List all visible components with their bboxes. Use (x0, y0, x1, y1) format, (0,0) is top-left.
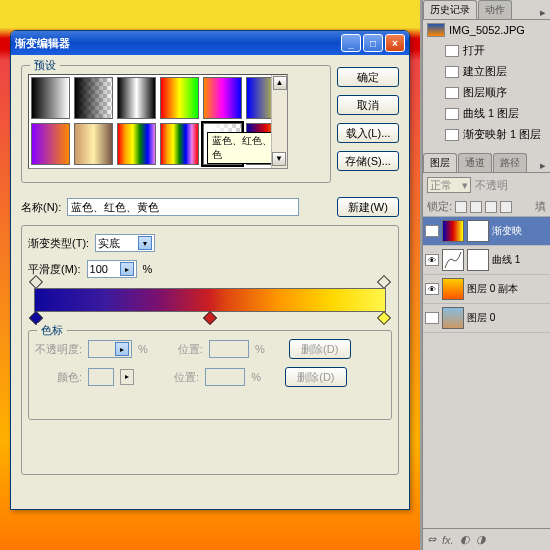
color-stop[interactable] (379, 313, 389, 323)
preset-swatch[interactable] (31, 77, 70, 119)
tab-history[interactable]: 历史记录 (423, 0, 477, 19)
position-input (205, 368, 245, 386)
preset-swatch[interactable] (74, 77, 113, 119)
history-label: 曲线 1 图层 (463, 106, 519, 121)
history-item[interactable]: 打开 (423, 40, 550, 61)
mask-icon[interactable]: ◐ (460, 533, 470, 546)
layer-row[interactable]: 👁 图层 0 副本 (423, 275, 550, 304)
panel-menu-icon[interactable]: ▸ (536, 159, 550, 172)
step-icon (445, 66, 459, 78)
layer-row[interactable]: 👁 曲线 1 (423, 246, 550, 275)
presets-legend: 预设 (30, 58, 60, 73)
layers-footer: ⇔ fx. ◐ ◑ (423, 528, 550, 550)
preset-swatch[interactable] (74, 123, 113, 165)
preset-swatch[interactable] (160, 77, 199, 119)
visibility-icon[interactable]: 👁 (425, 254, 439, 266)
layer-mask[interactable] (467, 249, 489, 271)
close-button[interactable]: × (385, 34, 405, 52)
opacity-stop[interactable] (31, 277, 41, 287)
history-item[interactable]: 图层顺序 (423, 82, 550, 103)
file-thumb (427, 23, 445, 37)
visibility-icon[interactable] (425, 312, 439, 324)
preset-swatch[interactable] (117, 77, 156, 119)
step-icon (445, 45, 459, 57)
history-label: 建立图层 (463, 64, 507, 79)
history-item[interactable]: 渐变映射 1 图层 (423, 124, 550, 145)
opacity-label: 不透明 (475, 178, 508, 193)
visibility-icon[interactable]: 👁 (425, 225, 439, 237)
load-button[interactable]: 载入(L)... (337, 123, 399, 143)
lock-pixels-icon[interactable] (470, 201, 482, 213)
minimize-button[interactable]: _ (341, 34, 361, 52)
cancel-button[interactable]: 取消 (337, 95, 399, 115)
scroll-up-icon[interactable]: ▲ (273, 76, 287, 90)
history-label: 图层顺序 (463, 85, 507, 100)
tab-layers[interactable]: 图层 (423, 153, 457, 172)
layer-row[interactable]: 图层 0 (423, 304, 550, 333)
preset-swatch[interactable] (117, 123, 156, 165)
tab-actions[interactable]: 动作 (478, 0, 512, 19)
position-input (209, 340, 249, 358)
layer-thumb[interactable] (442, 307, 464, 329)
presets-list[interactable]: 蓝色、红色、黄色 ▲▼ (28, 74, 288, 169)
type-label: 渐变类型(T): (28, 236, 89, 251)
smooth-value: 100 (90, 263, 108, 275)
maximize-button[interactable]: □ (363, 34, 383, 52)
history-file[interactable]: IMG_5052.JPG (423, 20, 550, 40)
type-select[interactable]: 实底▾ (95, 234, 155, 252)
new-button[interactable]: 新建(W) (337, 197, 399, 217)
delete-button: 删除(D) (285, 367, 347, 387)
color-stop[interactable] (31, 313, 41, 323)
preset-swatch[interactable] (203, 77, 242, 119)
layer-name: 渐变映 (492, 224, 548, 238)
delete-button: 删除(D) (289, 339, 351, 359)
history-item[interactable]: 曲线 1 图层 (423, 103, 550, 124)
layer-name: 图层 0 副本 (467, 282, 548, 296)
layer-thumb[interactable] (442, 220, 464, 242)
save-button[interactable]: 存储(S)... (337, 151, 399, 171)
pct-label: % (143, 263, 153, 275)
opacity-stop[interactable] (379, 277, 389, 287)
color-label: 颜色: (57, 370, 82, 385)
name-input[interactable] (67, 198, 299, 216)
gradient-bar[interactable] (34, 288, 386, 312)
layer-thumb[interactable] (442, 278, 464, 300)
scrollbar[interactable]: ▲▼ (271, 75, 287, 168)
tab-channels[interactable]: 通道 (458, 153, 492, 172)
step-icon (445, 129, 459, 141)
scroll-down-icon[interactable]: ▼ (272, 152, 286, 166)
stops-legend: 色标 (37, 323, 67, 338)
layer-mask[interactable] (467, 220, 489, 242)
preset-swatch[interactable] (160, 123, 199, 165)
lock-transparent-icon[interactable] (455, 201, 467, 213)
layer-thumb[interactable] (442, 249, 464, 271)
dialog-title: 渐变编辑器 (15, 36, 70, 51)
layer-name: 曲线 1 (492, 253, 548, 267)
ok-button[interactable]: 确定 (337, 67, 399, 87)
position-label: 位置: (178, 342, 203, 357)
fx-icon[interactable]: fx. (442, 534, 454, 546)
blend-mode-select[interactable]: 正常▾ (427, 177, 471, 193)
lock-position-icon[interactable] (485, 201, 497, 213)
visibility-icon[interactable]: 👁 (425, 283, 439, 295)
layers-panel: 图层 通道 路径 ▸ 正常▾ 不透明 锁定: 填 👁 渐变映 👁 曲线 (423, 153, 550, 333)
fill-label: 填 (535, 199, 546, 214)
titlebar[interactable]: 渐变编辑器 _ □ × (11, 31, 409, 55)
history-panel: 历史记录 动作 ▸ IMG_5052.JPG 打开 建立图层 图层顺序 曲线 1… (423, 0, 550, 145)
layer-name: 图层 0 (467, 311, 548, 325)
arrow-right-icon: ▸ (120, 262, 134, 276)
layer-row[interactable]: 👁 渐变映 (423, 217, 550, 246)
chevron-down-icon: ▾ (138, 236, 152, 250)
history-label: 渐变映射 1 图层 (463, 127, 541, 142)
color-stop[interactable] (205, 313, 215, 323)
history-item[interactable]: 建立图层 (423, 61, 550, 82)
adjustment-icon[interactable]: ◑ (476, 533, 486, 546)
lock-all-icon[interactable] (500, 201, 512, 213)
smoothness-input[interactable]: 100▸ (87, 260, 137, 278)
preset-swatch[interactable] (31, 123, 70, 165)
tab-paths[interactable]: 路径 (493, 153, 527, 172)
chevron-down-icon: ▾ (462, 179, 468, 192)
panel-menu-icon[interactable]: ▸ (536, 6, 550, 19)
link-icon[interactable]: ⇔ (427, 533, 436, 546)
color-swatch (88, 368, 114, 386)
